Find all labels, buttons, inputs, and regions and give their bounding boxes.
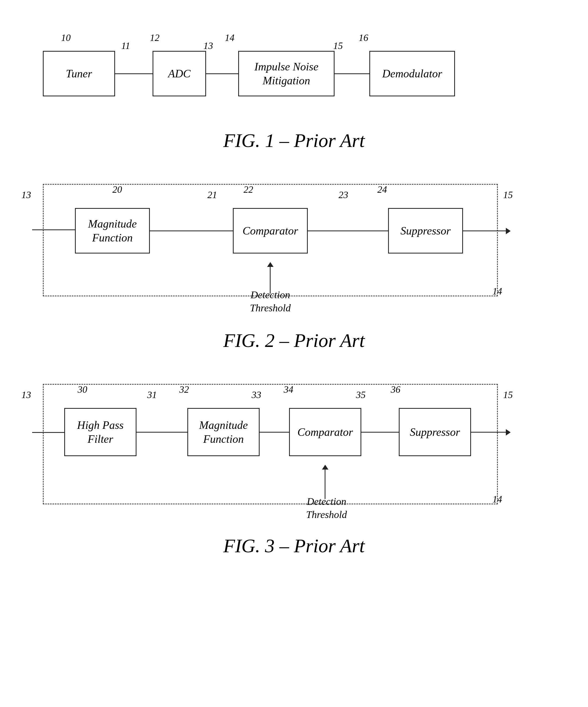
demodulator-label: Demodulator [382, 67, 442, 81]
ref-13-fig1: 13 [203, 40, 213, 52]
fig3-threshold-line [325, 470, 325, 499]
ref-30: 30 [78, 384, 87, 395]
fig2-comp-box: Comparator [233, 208, 308, 254]
ref-31: 31 [147, 389, 157, 401]
fig1-caption: FIG. 1 – Prior Art [22, 130, 566, 152]
fig3-output-ref: 15 [503, 389, 513, 401]
fig2-threshold-label: Detection Threshold [236, 288, 305, 315]
fig2-caption: FIG. 2 – Prior Art [22, 330, 566, 352]
fig2-dashed-ref: 14 [492, 285, 502, 297]
fig2-mag-box: Magnitude Function [75, 208, 150, 254]
fig2-input-arrow [32, 229, 75, 230]
fig3-comp-box: Comparator [289, 408, 361, 456]
fig3-arrow2 [260, 432, 289, 433]
fig3-input-ref: 13 [22, 389, 31, 401]
demodulator-box: Demodulator [369, 51, 455, 96]
fig2-arrow2 [308, 231, 388, 231]
inm-box: Impulse Noise Mitigation [238, 51, 335, 96]
fig3-output-arrow [471, 432, 506, 433]
fig3-arrow1 [137, 432, 187, 433]
arrow3 [335, 73, 369, 74]
tuner-box: Tuner [43, 51, 115, 96]
fig3-mag-box: Magnitude Function [187, 408, 260, 456]
arrow1 [115, 73, 152, 74]
ref-15-fig1: 15 [333, 40, 343, 52]
ref-14: 14 [225, 32, 235, 43]
fig2-arrow1 [150, 231, 233, 231]
fig3-comp-label: Comparator [297, 425, 353, 439]
fig3-input-arrow [32, 432, 64, 433]
ref-33: 33 [251, 389, 261, 401]
fig3-mag-label: Magnitude Function [188, 418, 259, 446]
arrow2 [206, 73, 238, 74]
ref-16: 16 [359, 32, 368, 43]
ref-22: 22 [244, 184, 253, 195]
fig2-output-arrow [463, 231, 506, 231]
page: 10 12 14 16 11 13 15 Tuner ADC Impulse N… [0, 0, 588, 707]
ref-34: 34 [284, 384, 293, 395]
inm-label: Impulse Noise Mitigation [239, 60, 334, 88]
ref-11: 11 [121, 40, 130, 52]
fig2-output-ref: 15 [503, 189, 513, 201]
fig2-input-ref: 13 [22, 189, 31, 201]
fig3-hpf-label: High Pass Filter [65, 418, 136, 446]
fig2-diagram: 14 13 20 22 24 21 23 Magnitude Function … [22, 173, 566, 323]
adc-box: ADC [152, 51, 206, 96]
ref-24: 24 [377, 184, 387, 195]
fig2-supp-box: Suppressor [388, 208, 463, 254]
ref-20: 20 [112, 184, 122, 195]
fig3-arrow3 [361, 432, 399, 433]
ref-12: 12 [150, 32, 160, 43]
tuner-label: Tuner [66, 67, 92, 81]
ref-10: 10 [61, 32, 71, 43]
fig3-supp-box: Suppressor [399, 408, 471, 456]
adc-label: ADC [168, 67, 191, 81]
fig3-dashed-ref: 14 [492, 494, 502, 505]
fig3-hpf-box: High Pass Filter [64, 408, 137, 456]
fig3-threshold-label: Detection Threshold [292, 495, 361, 521]
fig1-diagram: 10 12 14 16 11 13 15 Tuner ADC Impulse N… [22, 32, 566, 123]
ref-32: 32 [179, 384, 189, 395]
fig3-diagram: 14 13 30 32 34 36 31 33 35 High Pass Fil… [22, 373, 566, 529]
fig3-supp-label: Suppressor [410, 425, 460, 439]
ref-21: 21 [207, 189, 217, 201]
fig2-mag-label: Magnitude Function [76, 217, 149, 245]
ref-35: 35 [356, 389, 366, 401]
ref-23: 23 [339, 189, 348, 201]
ref-36: 36 [391, 384, 401, 395]
fig2-comp-label: Comparator [242, 224, 298, 238]
fig2-supp-label: Suppressor [401, 224, 450, 238]
fig3-caption: FIG. 3 – Prior Art [22, 535, 566, 557]
